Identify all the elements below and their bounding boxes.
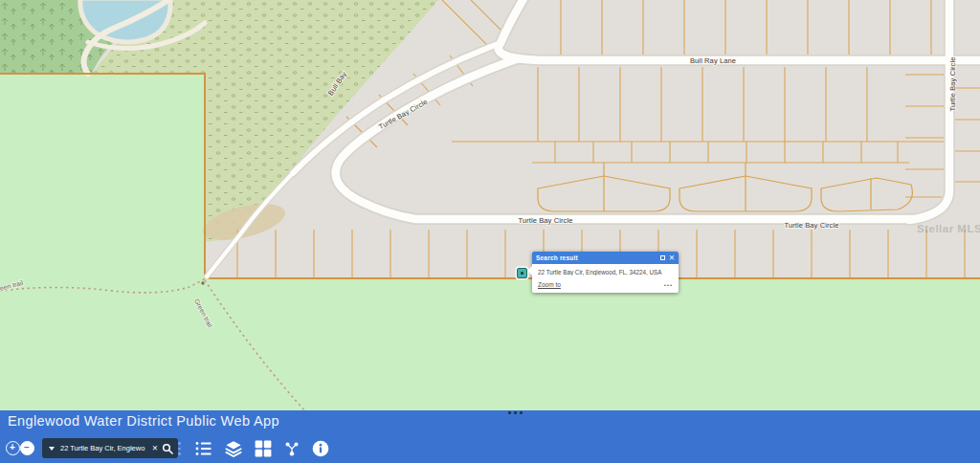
street-label-turtle-bay-circle-mid: Turtle Bay Circle (519, 216, 573, 225)
share-button[interactable] (283, 440, 301, 457)
share-nodes-icon (283, 440, 301, 457)
street-label-turtle-bay-circle-right: Turtle Bay Circle (785, 221, 839, 230)
info-button[interactable] (312, 440, 329, 457)
layers-button[interactable] (225, 440, 242, 457)
popup-title: Search result (536, 254, 578, 261)
maximize-square-icon[interactable] (660, 255, 665, 260)
popup-more-options[interactable]: ••• (664, 283, 673, 287)
panel-drag-handle[interactable] (508, 411, 523, 414)
search-result-popup: Search result ✕ 22 Turtle Bay Cir, Engle… (532, 252, 679, 293)
trailhead-dot (201, 281, 204, 284)
app-title: Englewood Water District Public Web App (8, 413, 279, 429)
app-window: Bull Ray Lane Turtle Bay Circle Turtle B… (0, 0, 980, 463)
zoom-to-link[interactable]: Zoom to (538, 281, 561, 288)
zoom-out-button[interactable]: − (20, 441, 34, 455)
map-graphics: Bull Ray Lane Turtle Bay Circle Turtle B… (0, 0, 980, 410)
basemap-button[interactable] (255, 440, 272, 457)
popup-header: Search result ✕ (532, 252, 679, 264)
search-input[interactable] (60, 444, 154, 452)
basemap-grid-icon (255, 440, 272, 457)
zoom-in-button[interactable]: + (6, 441, 20, 455)
layers-stack-icon (225, 440, 242, 457)
toolbar-drag-handle-icon[interactable] (178, 442, 181, 455)
popup-address: 22 Turtle Bay Cir, Englewood, FL, 34224,… (532, 264, 679, 276)
info-circle-icon (312, 440, 329, 457)
magnifier-icon[interactable] (162, 443, 173, 454)
close-icon[interactable]: ✕ (669, 254, 675, 261)
search-bar: ✕ (42, 438, 178, 458)
legend-list-icon (195, 440, 212, 457)
map-canvas[interactable]: Bull Ray Lane Turtle Bay Circle Turtle B… (0, 0, 980, 410)
popup-callout-arrow (527, 266, 532, 276)
legend-button[interactable] (195, 440, 212, 457)
bottom-toolbar: Englewood Water District Public Web App … (0, 410, 980, 463)
photo-watermark: Stellar MLS (917, 223, 980, 234)
street-label-turtle-bay-circle-vertical: Turtle Bay Circle (948, 57, 957, 112)
caret-down-icon[interactable] (49, 447, 55, 451)
clear-search-icon[interactable]: ✕ (152, 444, 158, 452)
street-label-bull-ray-lane: Bull Ray Lane (690, 56, 736, 65)
search-result-marker-icon[interactable] (517, 268, 527, 278)
